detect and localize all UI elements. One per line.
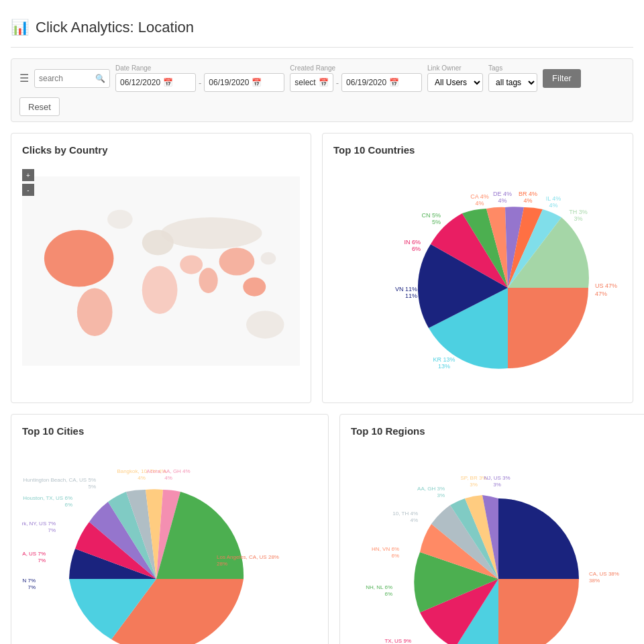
svg-text:3%: 3% <box>470 482 478 488</box>
svg-point-1 <box>44 230 114 287</box>
date-separator: - <box>199 78 201 88</box>
svg-text:3%: 3% <box>493 482 501 488</box>
svg-text:7%: 7% <box>38 557 46 564</box>
created-select-value: select <box>294 78 315 87</box>
cities-chart-container: Los Angeles, CA, US 28% 28% Ho Chi Minh … <box>22 445 317 644</box>
clicks-by-country-panel: Clicks by Country + - <box>11 133 311 403</box>
svg-text:5%: 5% <box>88 484 96 490</box>
svg-text:Houston, TX, US 6%: Houston, TX, US 6% <box>23 495 72 501</box>
svg-text:Santa Clara, CA, US 7%: Santa Clara, CA, US 7% <box>22 551 46 557</box>
svg-text:4%: 4% <box>523 197 532 204</box>
date-to-value: 06/19/2020 <box>209 78 249 87</box>
svg-text:7%: 7% <box>28 584 36 590</box>
svg-text:7%: 7% <box>48 527 56 533</box>
top-row: Clicks by Country + - <box>11 133 633 403</box>
top10-regions-panel: Top 10 Regions <box>339 414 644 644</box>
svg-point-8 <box>219 248 255 275</box>
date-from-value: 06/12/2020 <box>120 78 160 87</box>
world-map-svg <box>22 164 300 378</box>
svg-text:5%: 5% <box>432 219 441 225</box>
tags-label: Tags <box>488 64 537 72</box>
svg-text:4%: 4% <box>475 200 484 207</box>
svg-text:Huntington Beach, CA, US 5%: Huntington Beach, CA, US 5% <box>23 477 96 483</box>
svg-text:CA 4%: CA 4% <box>470 193 489 200</box>
svg-text:3%: 3% <box>574 215 582 222</box>
link-owner-select[interactable]: All Users <box>427 73 483 92</box>
svg-point-5 <box>161 217 262 249</box>
svg-text:HN, VN 6%: HN, VN 6% <box>372 546 399 552</box>
filter-icon: ☰ <box>19 72 29 85</box>
svg-text:6%: 6% <box>391 553 399 559</box>
map-container: + - <box>22 164 300 378</box>
svg-text:US 47%: US 47% <box>595 282 617 289</box>
svg-text:10, TH 4%: 10, TH 4% <box>392 511 418 517</box>
page-header: 📊 Click Analytics: Location <box>11 11 633 48</box>
svg-text:4%: 4% <box>138 475 146 481</box>
search-input-wrapper[interactable]: 🔍 <box>34 69 110 88</box>
calendar-icon-2: 📅 <box>252 78 262 87</box>
svg-text:New York, NY, US 7%: New York, NY, US 7% <box>22 521 56 527</box>
filter-button[interactable]: Filter <box>543 69 581 88</box>
search-input[interactable] <box>39 74 93 83</box>
created-range-group: Created Range select 📅 - 06/19/2020 📅 <box>290 64 422 92</box>
svg-text:NH, NL 6%: NH, NL 6% <box>366 584 392 590</box>
svg-text:47%: 47% <box>595 290 607 297</box>
svg-text:CN 5%: CN 5% <box>421 212 441 219</box>
svg-text:IN 6%: IN 6% <box>404 239 421 246</box>
svg-text:3%: 3% <box>437 492 445 498</box>
svg-text:KR 13%: KR 13% <box>433 356 455 363</box>
created-range-label: Created Range <box>290 64 422 72</box>
created-to-value: 06/19/2020 <box>346 78 386 87</box>
created-select-input[interactable]: select 📅 <box>290 73 333 92</box>
top10-countries-panel: Top 10 Countries <box>322 133 633 403</box>
cities-pie-svg: Los Angeles, CA, US 28% 28% Ho Chi Minh … <box>22 445 317 644</box>
svg-text:38%: 38% <box>589 578 600 584</box>
search-group: 🔍 <box>34 69 110 88</box>
top10-regions-title: Top 10 Regions <box>351 425 644 437</box>
reset-button[interactable]: Reset <box>19 97 60 116</box>
svg-text:4%: 4% <box>410 517 418 523</box>
svg-text:NJ, US 3%: NJ, US 3% <box>484 475 510 481</box>
svg-point-4 <box>142 266 178 314</box>
svg-point-12 <box>107 210 133 229</box>
svg-text:DE 4%: DE 4% <box>493 191 512 197</box>
svg-point-7 <box>199 268 217 293</box>
calendar-icon-3: 📅 <box>319 78 329 87</box>
calendar-icon: 📅 <box>163 78 173 87</box>
created-to-input[interactable]: 06/19/2020 📅 <box>341 73 422 92</box>
svg-text:VN 11%: VN 11% <box>395 286 417 292</box>
link-owner-group: Link Owner All Users <box>427 64 483 92</box>
svg-point-2 <box>77 288 113 336</box>
date-to-input[interactable]: 06/19/2020 📅 <box>204 73 284 92</box>
map-zoom-out[interactable]: - <box>22 184 34 196</box>
regions-chart-container: CA, US 38% 38% NY, US 9% 9% TX, US 9% 9%… <box>351 445 644 644</box>
svg-text:CA, US 38%: CA, US 38% <box>589 571 619 577</box>
svg-text:28%: 28% <box>217 561 227 567</box>
date-from-input[interactable]: 06/12/2020 📅 <box>115 73 196 92</box>
svg-text:TX, US 9%: TX, US 9% <box>384 638 411 644</box>
clicks-by-country-title: Clicks by Country <box>22 144 300 156</box>
svg-text:4%: 4% <box>549 202 557 209</box>
svg-text:6%: 6% <box>412 246 421 252</box>
map-zoom-in[interactable]: + <box>22 169 34 181</box>
toolbar: ☰ 🔍 Date Range 06/12/2020 📅 - 06/19/2020… <box>11 58 633 122</box>
svg-point-10 <box>261 252 276 265</box>
svg-point-6 <box>180 255 203 274</box>
tags-group: Tags all tags <box>488 64 537 92</box>
top10-cities-title: Top 10 Cities <box>22 425 317 437</box>
svg-text:SP, BR 3%: SP, BR 3% <box>461 475 487 481</box>
calendar-icon-4: 📅 <box>389 78 399 87</box>
analytics-icon: 📊 <box>11 19 29 36</box>
date-range-label: Date Range <box>115 64 284 72</box>
svg-text:IL 4%: IL 4% <box>546 195 561 202</box>
countries-pie-svg: US 47% 47% KR 13% 13% VN 11% 11% IN 6% 6… <box>333 164 622 392</box>
svg-text:4%: 4% <box>164 475 172 481</box>
svg-point-11 <box>246 311 284 338</box>
map-controls: + - <box>22 169 34 196</box>
tags-select[interactable]: all tags <box>488 73 537 92</box>
svg-text:Hanoi, HN, VN 7%: Hanoi, HN, VN 7% <box>22 578 36 584</box>
countries-chart-container: US 47% 47% KR 13% 13% VN 11% 11% IN 6% 6… <box>333 164 622 392</box>
svg-text:11%: 11% <box>405 292 417 299</box>
svg-text:6%: 6% <box>64 502 72 508</box>
svg-text:6%: 6% <box>384 591 392 597</box>
